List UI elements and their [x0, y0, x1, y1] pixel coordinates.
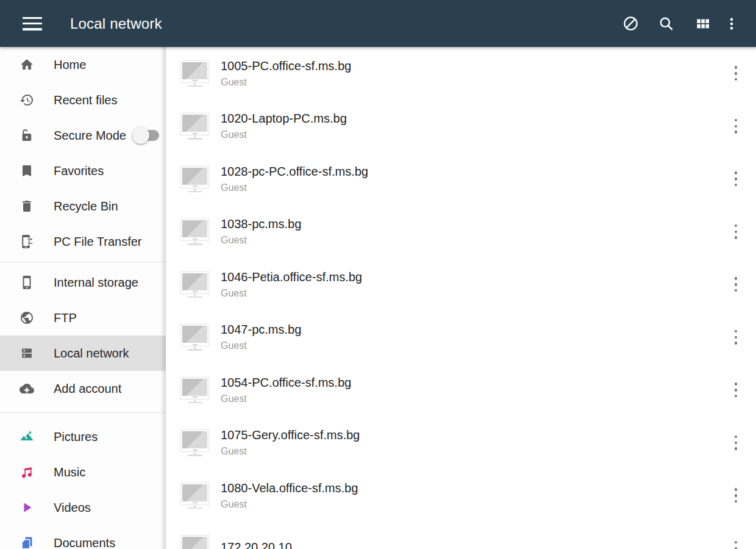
sidebar-item-label: Videos: [54, 501, 91, 515]
computer-icon: [180, 218, 209, 245]
host-user: Guest: [221, 392, 728, 405]
sidebar-item-favorites[interactable]: Favorites: [0, 153, 166, 188]
row-overflow-icon[interactable]: [728, 429, 744, 456]
network-host-row[interactable]: 1005-PC.office-sf.ms.bg Guest: [166, 47, 756, 100]
sidebar-item-recent-files[interactable]: Recent files: [0, 82, 166, 118]
network-host-row[interactable]: 1075-Gery.office-sf.ms.bg Guest: [166, 417, 756, 470]
globe-icon: [20, 310, 34, 325]
row-overflow-icon[interactable]: [728, 482, 744, 509]
row-overflow-icon[interactable]: [728, 165, 744, 192]
computer-icon: [180, 60, 209, 87]
sidebar-item-label: Music: [54, 465, 85, 479]
sidebar-item-label: Local network: [54, 346, 129, 361]
navigation-drawer: Home Recent files Secure Mode: [0, 47, 166, 549]
computer-icon: [180, 113, 209, 140]
computer-icon: [180, 324, 209, 351]
host-info: 1047-pc.ms.bg Guest: [221, 322, 728, 352]
network-host-row[interactable]: 172.20.20.10: [166, 522, 756, 549]
sidebar-divider: [0, 262, 166, 262]
computer-icon: [180, 483, 209, 509]
host-name: 1075-Gery.office-sf.ms.bg: [221, 428, 728, 443]
row-overflow-icon[interactable]: [728, 218, 744, 245]
host-user: Guest: [221, 498, 728, 511]
home-icon: [20, 57, 34, 72]
sidebar-item-music[interactable]: Music: [0, 454, 166, 490]
history-icon: [20, 93, 34, 107]
app-bar: Local network: [0, 0, 756, 47]
network-host-row[interactable]: 1047-pc.ms.bg Guest: [166, 311, 756, 364]
network-host-row[interactable]: 1080-Vela.office-sf.ms.bg Guest: [166, 469, 756, 522]
sidebar-item-local-network[interactable]: Local network: [0, 336, 166, 371]
host-info: 1020-Laptop-PC.ms.bg Guest: [221, 111, 728, 141]
host-name: 1038-pc.ms.bg: [221, 217, 728, 232]
sidebar-item-pc-file-transfer[interactable]: PC File Transfer: [0, 224, 166, 259]
block-icon[interactable]: [622, 15, 639, 32]
lock-open-icon: [20, 128, 34, 143]
sidebar-item-documents[interactable]: Documents: [0, 525, 166, 549]
sidebar-item-secure-mode[interactable]: Secure Mode: [0, 118, 166, 153]
sidebar-item-label: Pictures: [54, 430, 98, 444]
computer-icon: [180, 535, 209, 549]
host-user: Guest: [221, 339, 728, 352]
sidebar-item-videos[interactable]: Videos: [0, 490, 166, 525]
sidebar-item-label: Recycle Bin: [54, 199, 118, 214]
grid-view-icon[interactable]: [694, 15, 711, 32]
hamburger-menu-icon[interactable]: [23, 16, 42, 32]
secure-mode-switch[interactable]: [132, 127, 160, 144]
sidebar-item-pictures[interactable]: Pictures: [0, 419, 166, 454]
host-user: Guest: [221, 287, 728, 300]
network-host-row[interactable]: 1038-pc.ms.bg Guest: [166, 206, 756, 259]
sidebar-item-ftp[interactable]: FTP: [0, 300, 166, 336]
host-user: Guest: [221, 234, 728, 246]
sidebar-item-label: Secure Mode: [54, 129, 126, 143]
page-title: Local network: [70, 15, 162, 32]
host-name: 1046-Petia.office-sf.ms.bg: [221, 270, 728, 285]
server-icon: [20, 346, 34, 361]
videos-icon: [20, 500, 34, 515]
host-name: 1005-PC.office-sf.ms.bg: [221, 59, 728, 74]
host-info: 172.20.20.10: [221, 540, 728, 549]
sidebar-item-label: Documents: [54, 536, 115, 549]
host-info: 1080-Vela.office-sf.ms.bg Guest: [221, 481, 728, 511]
row-overflow-icon[interactable]: [728, 535, 744, 549]
sidebar-item-label: PC File Transfer: [54, 235, 141, 249]
network-host-row[interactable]: 1046-Petia.office-sf.ms.bg Guest: [166, 258, 756, 311]
switch-thumb: [132, 127, 149, 144]
smartphone-icon: [20, 275, 34, 290]
row-overflow-icon[interactable]: [728, 324, 744, 351]
row-overflow-icon[interactable]: [728, 271, 744, 298]
computer-icon: [180, 166, 209, 193]
computer-icon: [180, 271, 209, 298]
sidebar-item-label: Add account: [54, 382, 121, 396]
network-host-row[interactable]: 1054-PC.office-sf.ms.bg Guest: [166, 364, 756, 417]
trash-icon: [20, 199, 34, 214]
computer-icon: [180, 377, 209, 404]
content-area: Home Recent files Secure Mode: [0, 47, 756, 549]
host-info: 1038-pc.ms.bg Guest: [221, 217, 728, 246]
host-info: 1046-Petia.office-sf.ms.bg Guest: [221, 270, 728, 300]
host-info: 1075-Gery.office-sf.ms.bg Guest: [221, 428, 728, 458]
sidebar-item-recycle-bin[interactable]: Recycle Bin: [0, 188, 166, 224]
music-icon: [20, 465, 34, 479]
documents-icon: [20, 536, 34, 549]
computer-icon: [180, 429, 209, 456]
network-host-row[interactable]: 1028-pc-PC.office-sf.ms.bg Guest: [166, 152, 756, 206]
sidebar-item-add-account[interactable]: Add account: [0, 371, 166, 406]
sidebar-item-internal-storage[interactable]: Internal storage: [0, 265, 166, 300]
sidebar-item-home[interactable]: Home: [0, 47, 166, 82]
sidebar-item-label: Internal storage: [54, 276, 138, 290]
host-name: 1054-PC.office-sf.ms.bg: [221, 375, 728, 390]
sidebar-item-label: Recent files: [54, 93, 118, 107]
row-overflow-icon[interactable]: [728, 60, 744, 87]
search-icon[interactable]: [658, 15, 675, 32]
sidebar-item-label: FTP: [54, 311, 77, 325]
network-host-row[interactable]: 1020-Laptop-PC.ms.bg Guest: [166, 100, 756, 153]
more-vert-icon[interactable]: [723, 15, 740, 32]
sidebar-item-label: Home: [54, 58, 86, 72]
sidebar-divider: [0, 412, 166, 413]
phone-transfer-icon: [20, 234, 34, 249]
host-user: Guest: [221, 181, 728, 194]
row-overflow-icon[interactable]: [728, 113, 744, 140]
row-overflow-icon[interactable]: [728, 376, 744, 403]
pictures-icon: [20, 429, 34, 444]
